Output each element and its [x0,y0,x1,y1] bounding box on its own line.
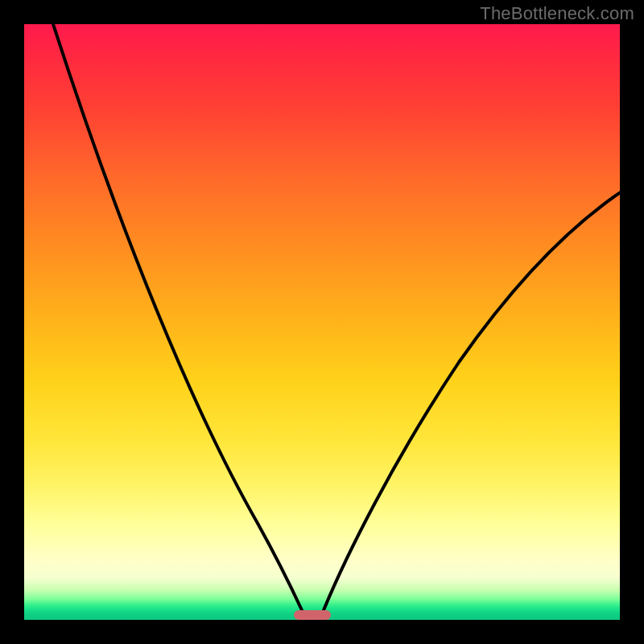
outer-frame: TheBottleneck.com [0,0,644,644]
plot-area [24,24,620,620]
left-curve [53,24,302,610]
curves-svg [24,24,620,620]
watermark-text: TheBottleneck.com [480,3,634,24]
bottleneck-marker [294,610,331,620]
right-curve [324,192,620,610]
